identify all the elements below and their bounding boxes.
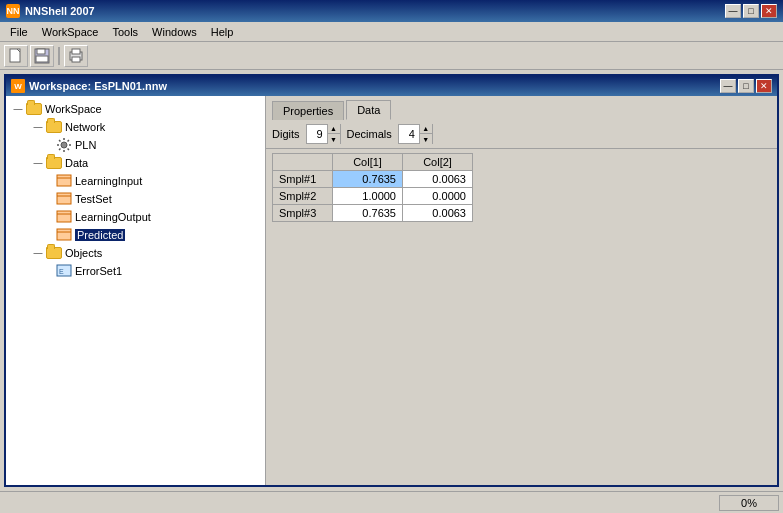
save-button[interactable] bbox=[30, 45, 54, 67]
errorset1-icon: E bbox=[56, 263, 72, 279]
digits-value: 9 bbox=[307, 128, 327, 140]
tree-node-workspace[interactable]: — WorkSpace bbox=[10, 100, 261, 118]
workspace-window-controls: — □ ✕ bbox=[720, 79, 772, 93]
svg-rect-5 bbox=[72, 49, 80, 54]
workspace-title: Workspace: EsPLN01.nnw bbox=[29, 80, 167, 92]
minimize-button[interactable]: — bbox=[725, 4, 741, 18]
main-area: W Workspace: EsPLN01.nnw — □ ✕ — WorkSpa… bbox=[0, 70, 783, 491]
menu-help[interactable]: Help bbox=[205, 24, 240, 40]
data-folder-icon bbox=[46, 155, 62, 171]
objects-label: Objects bbox=[65, 247, 102, 259]
tree-node-learninginput[interactable]: LearningInput bbox=[10, 172, 261, 190]
learninginput-label: LearningInput bbox=[75, 175, 142, 187]
svg-text:E: E bbox=[59, 268, 64, 275]
tab-properties[interactable]: Properties bbox=[272, 101, 344, 120]
cell-3-1: 0.7635 bbox=[333, 205, 403, 222]
svg-rect-8 bbox=[57, 175, 71, 186]
decimals-value: 4 bbox=[399, 128, 419, 140]
workspace-title-bar: W Workspace: EsPLN01.nnw — □ ✕ bbox=[6, 76, 777, 96]
menu-workspace[interactable]: WorkSpace bbox=[36, 24, 105, 40]
progress-value: 0% bbox=[741, 497, 757, 509]
cell-1-2: 0.0063 bbox=[403, 171, 473, 188]
pln-label: PLN bbox=[75, 139, 96, 151]
app-icon: NN bbox=[6, 4, 20, 18]
table-row: Smpl#2 1.0000 0.0000 bbox=[273, 188, 473, 205]
status-bar: 0% bbox=[0, 491, 783, 513]
controls-row: Digits 9 ▲ ▼ Decimals 4 ▲ ▼ bbox=[266, 120, 777, 149]
tab-data[interactable]: Data bbox=[346, 100, 391, 120]
tree-panel: — WorkSpace — Network bbox=[6, 96, 266, 485]
network-toggle[interactable]: — bbox=[30, 119, 46, 135]
title-bar: NN NNShell 2007 — □ ✕ bbox=[0, 0, 783, 22]
cell-2-2: 0.0000 bbox=[403, 188, 473, 205]
col-header-2: Col[2] bbox=[403, 154, 473, 171]
table-row: Smpl#3 0.7635 0.0063 bbox=[273, 205, 473, 222]
learninginput-icon bbox=[56, 173, 72, 189]
toolbar-separator bbox=[58, 47, 60, 65]
ws-minimize-button[interactable]: — bbox=[720, 79, 736, 93]
toolbar bbox=[0, 42, 783, 70]
digits-down-arrow[interactable]: ▼ bbox=[328, 134, 340, 144]
cell-2-1: 1.0000 bbox=[333, 188, 403, 205]
tree-node-objects[interactable]: — Objects bbox=[10, 244, 261, 262]
tree-node-predicted[interactable]: Predicted bbox=[10, 226, 261, 244]
window-controls: — □ ✕ bbox=[725, 4, 777, 18]
digits-label: Digits bbox=[272, 128, 300, 140]
ws-close-button[interactable]: ✕ bbox=[756, 79, 772, 93]
svg-rect-3 bbox=[36, 56, 48, 62]
svg-rect-12 bbox=[57, 211, 71, 222]
network-label: Network bbox=[65, 121, 105, 133]
close-button[interactable]: ✕ bbox=[761, 4, 777, 18]
menu-file[interactable]: File bbox=[4, 24, 34, 40]
predicted-icon bbox=[56, 227, 72, 243]
table-row: Smpl#1 0.7635 0.0063 bbox=[273, 171, 473, 188]
ws-maximize-button[interactable]: □ bbox=[738, 79, 754, 93]
tree-node-data[interactable]: — Data bbox=[10, 154, 261, 172]
progress-indicator: 0% bbox=[719, 495, 779, 511]
tree-node-learningoutput[interactable]: LearningOutput bbox=[10, 208, 261, 226]
workspace-folder-icon bbox=[26, 101, 42, 117]
decimals-up-arrow[interactable]: ▲ bbox=[420, 124, 432, 134]
tree-node-testset[interactable]: TestSet bbox=[10, 190, 261, 208]
digits-spinner[interactable]: 9 ▲ ▼ bbox=[306, 124, 341, 144]
app-title: NNShell 2007 bbox=[25, 5, 95, 17]
digits-arrows: ▲ ▼ bbox=[327, 124, 340, 144]
objects-toggle[interactable]: — bbox=[30, 245, 46, 261]
new-button[interactable] bbox=[4, 45, 28, 67]
network-folder-icon bbox=[46, 119, 62, 135]
right-panel: Properties Data Digits 9 ▲ ▼ Decimals bbox=[266, 96, 777, 485]
decimals-label: Decimals bbox=[347, 128, 392, 140]
row-label-2: Smpl#2 bbox=[273, 188, 333, 205]
data-table: Col[1] Col[2] Smpl#1 0.7635 0.0063 bbox=[272, 153, 473, 222]
cell-3-2: 0.0063 bbox=[403, 205, 473, 222]
digits-up-arrow[interactable]: ▲ bbox=[328, 124, 340, 134]
workspace-body: — WorkSpace — Network bbox=[6, 96, 777, 485]
row-label-3: Smpl#3 bbox=[273, 205, 333, 222]
objects-folder-icon bbox=[46, 245, 62, 261]
decimals-down-arrow[interactable]: ▼ bbox=[420, 134, 432, 144]
svg-rect-2 bbox=[37, 49, 45, 54]
menu-windows[interactable]: Windows bbox=[146, 24, 203, 40]
cell-1-1[interactable]: 0.7635 bbox=[333, 171, 403, 188]
svg-rect-14 bbox=[57, 229, 71, 240]
col-header-1: Col[1] bbox=[333, 154, 403, 171]
col-header-empty bbox=[273, 154, 333, 171]
testset-label: TestSet bbox=[75, 193, 112, 205]
tree-node-errorset1[interactable]: E ErrorSet1 bbox=[10, 262, 261, 280]
decimals-spinner[interactable]: 4 ▲ ▼ bbox=[398, 124, 433, 144]
errorset1-label: ErrorSet1 bbox=[75, 265, 122, 277]
tree-node-pln[interactable]: PLN bbox=[10, 136, 261, 154]
workspace-toggle[interactable]: — bbox=[10, 101, 26, 117]
maximize-button[interactable]: □ bbox=[743, 4, 759, 18]
learningoutput-icon bbox=[56, 209, 72, 225]
data-toggle[interactable]: — bbox=[30, 155, 46, 171]
menu-bar: File WorkSpace Tools Windows Help bbox=[0, 22, 783, 42]
tree-node-network[interactable]: — Network bbox=[10, 118, 261, 136]
print-button[interactable] bbox=[64, 45, 88, 67]
row-label-1: Smpl#1 bbox=[273, 171, 333, 188]
menu-tools[interactable]: Tools bbox=[106, 24, 144, 40]
workspace-icon: W bbox=[11, 79, 25, 93]
workspace-label: WorkSpace bbox=[45, 103, 102, 115]
svg-rect-6 bbox=[72, 57, 80, 62]
workspace-window: W Workspace: EsPLN01.nnw — □ ✕ — WorkSpa… bbox=[4, 74, 779, 487]
